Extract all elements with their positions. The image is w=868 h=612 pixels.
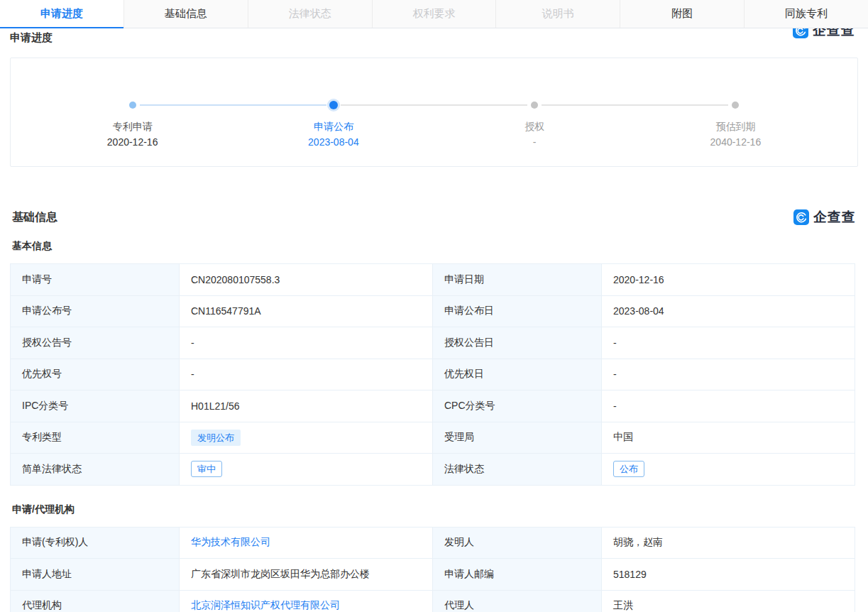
field-label: 申请号 — [11, 264, 180, 296]
field-label: 授权公告日 — [433, 327, 602, 359]
stage-date: 2023-08-04 — [308, 134, 359, 150]
field-label: 申请人邮编 — [433, 559, 602, 591]
field-value: 发明公布 — [180, 422, 433, 454]
field-label: 优先权日 — [433, 359, 602, 390]
field-value: - — [602, 390, 855, 422]
tab-application-progress[interactable]: 申请进度 — [0, 0, 124, 28]
basic-table-subtitle: 基本信息 — [12, 240, 856, 253]
table-row: 申请人地址 广东省深圳市龙岗区坂田华为总部办公楼 申请人邮编 518129 — [11, 559, 855, 591]
timeline-dot-done — [129, 102, 136, 109]
progress-timeline: 专利申请 2020-12-16 申请公布 2023-08-04 授权 - 预估到… — [11, 58, 857, 150]
field-label: 受理局 — [433, 422, 602, 454]
field-label: 申请人地址 — [11, 559, 180, 591]
timeline-stage-grant: 授权 - — [434, 101, 635, 150]
agency-table: 申请(专利权)人 华为技术有限公司 发明人 胡骁，赵南 申请人地址 广东省深圳市… — [10, 527, 855, 612]
basic-info-table: 申请号 CN202080107558.3 申请日期 2020-12-16 申请公… — [10, 263, 855, 486]
field-label: 发明人 — [433, 527, 602, 559]
field-label: 专利类型 — [11, 422, 180, 454]
table-row: 授权公告号 - 授权公告日 - — [11, 327, 855, 359]
field-value: 王洪 — [602, 590, 855, 612]
field-label: 授权公告号 — [11, 327, 180, 359]
table-row: 申请号 CN202080107558.3 申请日期 2020-12-16 — [11, 264, 855, 296]
simple-legal-status-badge: 审中 — [191, 461, 222, 477]
field-value: 华为技术有限公司 — [180, 527, 433, 559]
tab-patent-family[interactable]: 同族专利 — [745, 0, 868, 28]
field-label: 申请日期 — [433, 264, 602, 296]
tab-basic-info[interactable]: 基础信息 — [124, 0, 248, 28]
basic-info-header: 基础信息 企查查 — [12, 208, 856, 226]
timeline-dot-pending — [531, 102, 538, 109]
table-row: 申请公布号 CN116547791A 申请公布日 2023-08-04 — [11, 295, 855, 327]
qichacha-logo: 企查查 — [793, 208, 856, 226]
timeline-dot-pending — [732, 102, 739, 109]
field-value: 518129 — [602, 559, 855, 591]
qichacha-icon — [793, 209, 809, 225]
field-label: CPC分类号 — [433, 390, 602, 422]
field-value: 2023-08-04 — [602, 295, 855, 327]
field-value: - — [602, 327, 855, 359]
field-label: 申请(专利权)人 — [11, 527, 180, 559]
field-value: 公布 — [602, 454, 855, 486]
field-label: 简单法律状态 — [11, 454, 180, 486]
tab-claims[interactable]: 权利要求 — [373, 0, 497, 28]
table-row: 简单法律状态 审中 法律状态 公布 — [11, 454, 855, 486]
timeline-stage-filing: 专利申请 2020-12-16 — [32, 101, 233, 150]
agency-link[interactable]: 北京润泽恒知识产权代理有限公司 — [191, 599, 340, 611]
field-value: 广东省深圳市龙岗区坂田华为总部办公楼 — [180, 559, 433, 591]
field-value: H01L21/56 — [180, 390, 433, 422]
stage-date: - — [533, 134, 537, 150]
field-value: CN116547791A — [180, 295, 433, 327]
field-label: IPC分类号 — [11, 390, 180, 422]
field-label: 代理机构 — [11, 590, 180, 612]
table-row: IPC分类号 H01L21/56 CPC分类号 - — [11, 390, 855, 422]
field-value: 中国 — [602, 422, 855, 454]
stage-date: 2040-12-16 — [710, 134, 762, 150]
patent-type-badge: 发明公布 — [191, 430, 241, 446]
table-row: 申请(专利权)人 华为技术有限公司 发明人 胡骁，赵南 — [11, 527, 855, 559]
progress-timeline-card: 专利申请 2020-12-16 申请公布 2023-08-04 授权 - 预估到… — [10, 58, 858, 167]
field-label: 申请公布号 — [11, 295, 180, 327]
basic-info-title: 基础信息 — [12, 210, 57, 225]
stage-name: 预估到期 — [715, 119, 755, 134]
field-label: 优先权号 — [11, 359, 180, 390]
stage-name: 专利申请 — [113, 119, 153, 134]
timeline-stage-estimated-expiry: 预估到期 2040-12-16 — [635, 101, 836, 150]
field-value: - — [180, 359, 433, 390]
field-value: 北京润泽恒知识产权代理有限公司 — [180, 590, 433, 612]
tab-bar: 申请进度 基础信息 法律状态 权利要求 说明书 附图 同族专利 — [0, 0, 868, 28]
stage-date: 2020-12-16 — [107, 134, 158, 150]
field-value: 审中 — [180, 454, 433, 486]
stage-name: 授权 — [524, 119, 544, 134]
progress-section-title: 申请进度 — [10, 31, 858, 45]
table-row: 专利类型 发明公布 受理局 中国 — [11, 422, 855, 454]
field-value: 胡骁，赵南 — [602, 527, 855, 559]
applicant-link[interactable]: 华为技术有限公司 — [191, 536, 270, 547]
field-value: CN202080107558.3 — [180, 264, 433, 296]
tab-legal-status[interactable]: 法律状态 — [248, 0, 373, 28]
stage-name: 申请公布 — [314, 119, 353, 134]
timeline-stage-publication: 申请公布 2023-08-04 — [233, 101, 434, 150]
field-label: 申请公布日 — [433, 295, 602, 327]
field-value: - — [602, 359, 855, 390]
field-label: 法律状态 — [433, 454, 602, 486]
field-value: - — [180, 327, 433, 359]
field-label: 代理人 — [433, 590, 602, 612]
legal-status-badge: 公布 — [613, 461, 644, 477]
field-value: 2020-12-16 — [602, 264, 855, 296]
agency-table-subtitle: 申请/代理机构 — [12, 503, 856, 516]
table-row: 代理机构 北京润泽恒知识产权代理有限公司 代理人 王洪 — [11, 590, 855, 612]
table-row: 优先权号 - 优先权日 - — [11, 359, 855, 390]
tab-specification[interactable]: 说明书 — [496, 0, 620, 28]
qichacha-wordmark: 企查查 — [813, 208, 856, 226]
timeline-dot-current — [329, 101, 338, 109]
tab-drawings[interactable]: 附图 — [620, 0, 745, 28]
